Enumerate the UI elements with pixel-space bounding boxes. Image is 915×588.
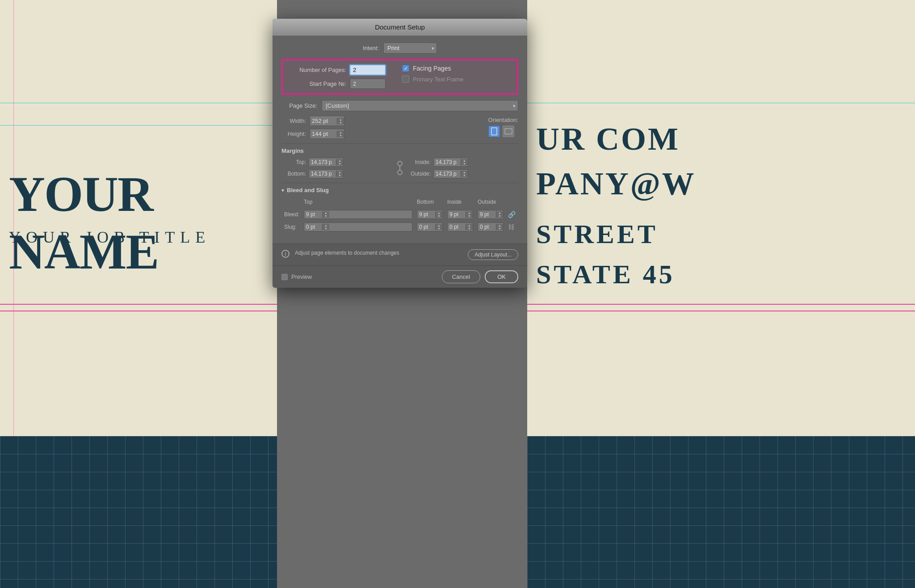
margin-chain-icon[interactable] xyxy=(396,160,403,176)
pink-line-1 xyxy=(0,304,277,305)
facing-pages-checkbox[interactable]: ✓ xyxy=(402,65,409,72)
height-stepper-down[interactable]: ▼ xyxy=(337,134,344,137)
bleed-slug-collapse[interactable]: ▾ xyxy=(281,187,284,193)
orientation-portrait[interactable] xyxy=(488,126,500,137)
width-height-group: Width: ▲ ▼ Height: ▲ xyxy=(281,116,479,139)
pages-two-col: Number of Pages: Start Page №: ✓ xyxy=(288,65,512,89)
intent-label: Intent: xyxy=(363,45,379,51)
margin-top-up[interactable]: ▲ xyxy=(336,159,343,162)
height-stepper-up[interactable]: ▲ xyxy=(337,131,344,134)
bleed-outside-stepper: ▲ ▼ xyxy=(478,210,504,219)
bleed-inside-arrows[interactable]: ▲ ▼ xyxy=(466,211,473,218)
slug-inside-cell: ▲ ▼ xyxy=(445,221,475,233)
cancel-button[interactable]: Cancel xyxy=(442,270,480,283)
margin-bottom-down[interactable]: ▼ xyxy=(336,174,343,177)
svg-rect-0 xyxy=(491,128,497,135)
margin-top-arrows[interactable]: ▲ ▼ xyxy=(336,159,343,165)
bleed-bottom-arrows[interactable]: ▲ ▼ xyxy=(435,211,442,218)
start-page-input[interactable] xyxy=(350,79,386,89)
ok-button[interactable]: OK xyxy=(485,270,518,283)
page-size-select[interactable]: [Custom] xyxy=(322,100,518,111)
margin-outside-arrows[interactable]: ▲ ▼ xyxy=(461,171,468,177)
grid-pattern-right xyxy=(527,436,915,588)
width-stepper-down[interactable]: ▼ xyxy=(337,121,344,124)
highlight-box: Number of Pages: Start Page №: ✓ xyxy=(281,59,518,95)
preview-checkbox[interactable] xyxy=(281,274,288,280)
page-size-label: Page Size: xyxy=(281,102,317,109)
slug-outside-stepper: ▲ ▼ xyxy=(478,223,504,231)
margin-inside-input[interactable] xyxy=(434,158,461,166)
margin-inside-down[interactable]: ▼ xyxy=(461,162,468,165)
adjust-layout-button[interactable]: Adjust Layout... xyxy=(468,249,518,260)
col-bottom-header: Bottom xyxy=(415,198,445,208)
bleed-inside-input[interactable] xyxy=(448,210,466,218)
bleed-top-cell: ▲ ▼ xyxy=(302,209,414,220)
margin-top-down[interactable]: ▼ xyxy=(336,162,343,165)
bleed-lock-icon[interactable]: 🔗 xyxy=(508,211,516,218)
orientation-group: Orientation: xyxy=(488,116,518,137)
width-input[interactable] xyxy=(310,116,337,126)
width-label: Width: xyxy=(281,118,306,124)
left-page: YOUR NAME YOUR JOB TITLE xyxy=(0,0,277,588)
margin-bottom-up[interactable]: ▲ xyxy=(336,171,343,174)
slug-top-stepper: ▲ ▼ xyxy=(304,223,412,231)
margin-top-input[interactable] xyxy=(309,158,336,166)
orientation-label: Orientation: xyxy=(488,117,518,123)
bleed-top-stepper: ▲ ▼ xyxy=(304,210,412,219)
bleed-slug-header: ▾ Bleed and Slug xyxy=(281,187,518,193)
right-text-2: PANY@W xyxy=(536,165,696,202)
page-size-select-wrapper[interactable]: [Custom] xyxy=(322,100,518,111)
bleed-top-input[interactable] xyxy=(304,210,322,218)
bleed-bottom-input[interactable] xyxy=(417,210,435,218)
num-pages-input[interactable] xyxy=(350,65,386,75)
margin-inside-stepper: ▲ ▼ xyxy=(433,158,468,167)
height-stepper[interactable]: ▲ ▼ xyxy=(337,131,344,137)
margin-outside-up[interactable]: ▲ xyxy=(461,171,468,174)
height-row: Height: ▲ ▼ xyxy=(281,129,479,139)
orientation-landscape[interactable] xyxy=(503,126,514,137)
slug-inside-arrows[interactable]: ▲ ▼ xyxy=(466,224,473,230)
primary-text-frame-label: Primary Text Frame xyxy=(413,76,463,83)
width-stepper[interactable]: ▲ ▼ xyxy=(337,118,344,124)
margins-grid: Top: ▲ ▼ Bottom: xyxy=(281,158,518,178)
bleed-bottom-cell: ▲ ▼ xyxy=(415,209,445,220)
slug-top-arrows[interactable]: ▲ ▼ xyxy=(322,224,329,230)
dialog-title: Document Setup xyxy=(375,23,425,31)
margins-section: Margins Top: ▲ ▼ xyxy=(281,147,518,178)
page-size-row: Page Size: [Custom] xyxy=(281,100,518,111)
bleed-top-arrows[interactable]: ▲ ▼ xyxy=(322,211,329,218)
right-page: UR COM PANY@W STREET STATE 45 xyxy=(527,0,915,588)
intent-select[interactable]: Print xyxy=(383,42,437,54)
width-stepper-up[interactable]: ▲ xyxy=(337,118,344,121)
divider-1 xyxy=(281,143,518,144)
slug-inside-input[interactable] xyxy=(448,223,466,231)
your-job-title-text: YOUR JOB TITLE xyxy=(9,228,210,247)
margin-outside-input[interactable] xyxy=(434,170,461,178)
num-pages-label: Number of Pages: xyxy=(288,67,346,73)
margin-inside-arrows[interactable]: ▲ ▼ xyxy=(461,159,468,165)
margin-top-label: Top: xyxy=(281,159,306,165)
slug-outside-input[interactable] xyxy=(478,223,496,231)
margin-inside-up[interactable]: ▲ xyxy=(461,159,468,162)
bleed-outside-input[interactable] xyxy=(478,210,496,218)
margin-bottom-input[interactable] xyxy=(309,170,336,178)
slug-outside-arrows[interactable]: ▲ ▼ xyxy=(496,224,503,230)
slug-top-input[interactable] xyxy=(304,223,322,231)
slug-label: Slug: xyxy=(282,221,301,233)
pink-line-right-1 xyxy=(527,304,915,305)
bleed-outside-arrows[interactable]: ▲ ▼ xyxy=(496,211,503,218)
primary-text-frame-checkbox[interactable] xyxy=(402,76,409,83)
margin-bottom-arrows[interactable]: ▲ ▼ xyxy=(336,171,343,177)
intent-row: Intent: Print xyxy=(281,42,518,54)
width-input-stepper: ▲ ▼ xyxy=(310,116,344,126)
facing-pages-row: ✓ Facing Pages xyxy=(402,65,512,72)
intent-select-wrapper[interactable]: Print xyxy=(383,42,437,54)
slug-bottom-arrows[interactable]: ▲ ▼ xyxy=(435,224,442,230)
margin-outside-down[interactable]: ▼ xyxy=(461,174,468,177)
height-input[interactable] xyxy=(310,129,337,139)
width-row: Width: ▲ ▼ xyxy=(281,116,479,126)
slug-bottom-input[interactable] xyxy=(417,223,435,231)
footer-buttons: Cancel OK xyxy=(442,270,518,283)
guide-line-h1 xyxy=(0,103,277,103)
slug-unlink-icon[interactable]: ⛓ xyxy=(508,223,514,231)
